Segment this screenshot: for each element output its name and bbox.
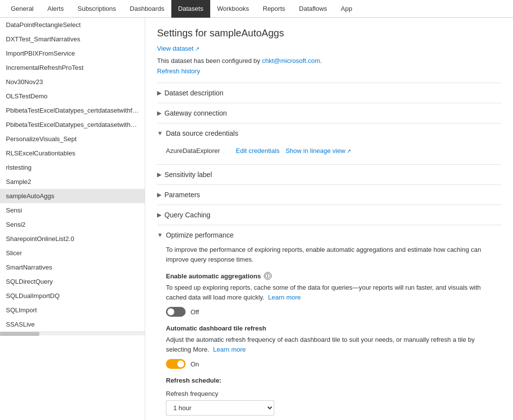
dashboard-learn-more-link[interactable]: Learn more — [213, 346, 246, 353]
sidebar-item-sqlimport[interactable]: SQLImport — [0, 303, 145, 317]
refresh-frequency-select[interactable]: 1 hour 30 minutes 15 minutes 8 hours 24 … — [166, 400, 274, 416]
sidebar-item-rlsexcel[interactable]: RLSExcelCurationtables — [0, 146, 145, 160]
sidebar-item-dxttest[interactable]: DXTTest_SmartNarratives — [0, 32, 145, 46]
sidebar-item-slicer[interactable]: Slicer — [0, 246, 145, 260]
section-sensitivity-label-text: Sensitivity label — [164, 171, 212, 179]
refresh-history-link[interactable]: Refresh history — [157, 67, 200, 75]
sidebar-item-smartnarratives[interactable]: SmartNarratives — [0, 260, 145, 274]
configured-by-email[interactable]: chkt@microsoft.com — [262, 57, 320, 64]
sidebar-item-sqldirectquery[interactable]: SQLDirectQuery — [0, 274, 145, 289]
section-parameters-arrow: ▶ — [157, 191, 161, 198]
tab-datasets[interactable]: Datasets — [171, 0, 210, 18]
sidebar-item-sensi[interactable]: Sensi — [0, 203, 145, 217]
auto-agg-toggle-slider — [166, 307, 186, 317]
section-data-source-label: Data source credentials — [166, 129, 238, 137]
auto-agg-title-row: Enable automatic aggregations ⓘ — [166, 272, 501, 280]
section-optimize-arrow: ▼ — [157, 232, 163, 239]
section-query-caching-label: Query Caching — [164, 211, 210, 219]
optimize-description: To improve the performance of exploring … — [166, 245, 501, 264]
tab-subscriptions[interactable]: Subscriptions — [70, 0, 123, 18]
dashboard-toggle-label: On — [191, 360, 199, 368]
configured-by-text: This dataset has been configured by chkt… — [157, 57, 501, 64]
dashboard-title-row: Automatic dashboard tile refresh — [166, 325, 501, 332]
dashboard-toggle[interactable] — [166, 359, 186, 369]
sidebar-item-pbibeta2[interactable]: PbibetaTestExcelDatatypes_certdatasetwit… — [0, 118, 145, 132]
section-sensitivity-label: ▶ Sensitivity label — [157, 164, 501, 184]
credentials-row: AzureDataExplorer Edit credentials Show … — [166, 143, 501, 158]
tab-dashboards[interactable]: Dashboards — [123, 0, 171, 18]
sidebar-item-datapointrectangleselect[interactable]: DataPointRectangleSelect — [0, 18, 145, 32]
section-gateway-connection: ▶ Gateway connection — [157, 103, 501, 123]
sidebar-item-pbibeta1[interactable]: PbibetaTestExcelDatatypes_certdatasetwit… — [0, 103, 145, 118]
section-parameters: ▶ Parameters — [157, 184, 501, 205]
refresh-schedule-title: Refresh schedule: — [166, 377, 501, 384]
refresh-frequency-label: Refresh frequency — [166, 390, 501, 397]
configured-by-prefix: This dataset has been configured by — [157, 57, 262, 64]
sidebar-item-rlstesting[interactable]: rlstesting — [0, 160, 145, 175]
auto-agg-info-icon: ⓘ — [264, 272, 272, 280]
section-query-caching-arrow: ▶ — [157, 211, 161, 218]
section-dataset-description-arrow: ▶ — [157, 90, 161, 96]
sidebar: DataPointRectangleSelect DXTTest_SmartNa… — [0, 18, 145, 420]
tab-dataflows[interactable]: Dataflows — [292, 0, 334, 18]
auto-agg-title: Enable automatic aggregations — [166, 272, 261, 280]
optimize-content: To improve the performance of exploring … — [157, 245, 501, 420]
configured-by-suffix: . — [320, 57, 322, 64]
lineage-link[interactable]: Show in lineage view — [286, 147, 351, 154]
tab-general[interactable]: General — [4, 0, 40, 18]
section-parameters-header[interactable]: ▶ Parameters — [157, 185, 501, 205]
section-parameters-label: Parameters — [164, 191, 200, 199]
section-dataset-description-header[interactable]: ▶ Dataset description — [157, 83, 501, 103]
sidebar-item-olstestdemo[interactable]: OLSTestDemo — [0, 89, 145, 103]
section-data-source-content: AzureDataExplorer Edit credentials Show … — [157, 143, 501, 164]
section-sensitivity-arrow: ▶ — [157, 171, 161, 178]
section-query-caching: ▶ Query Caching — [157, 205, 501, 225]
sidebar-scrollbar-thumb[interactable] — [0, 332, 39, 336]
view-dataset-link-row: View dataset — [157, 45, 501, 52]
section-sensitivity-label-header[interactable]: ▶ Sensitivity label — [157, 165, 501, 184]
auto-agg-toggle-row: Off — [166, 307, 501, 317]
sidebar-item-sharepointonline[interactable]: SharepointOnlineList2.0 — [0, 232, 145, 246]
section-dataset-description: ▶ Dataset description — [157, 83, 501, 103]
auto-agg-toggle[interactable] — [166, 307, 186, 317]
sidebar-item-nov30nov23[interactable]: Nov30Nov23 — [0, 75, 145, 89]
section-data-source-arrow: ▼ — [157, 130, 163, 137]
auto-agg-desc: To speed up exploring reports, cache som… — [166, 283, 501, 302]
view-dataset-link[interactable]: View dataset — [157, 45, 199, 52]
sidebar-item-ssaslive[interactable]: SSASLive — [0, 317, 145, 331]
section-gateway-connection-label: Gateway connection — [164, 109, 227, 117]
sidebar-item-personalizevisuals[interactable]: PersonalizeVisuals_Sept — [0, 132, 145, 146]
content-area: Settings for sampleAutoAggs View dataset… — [145, 18, 513, 420]
dashboard-desc: Adjust the automatic refresh frequency o… — [166, 335, 501, 354]
sidebar-item-sqldualimport[interactable]: SQLDualImportDQ — [0, 289, 145, 303]
tab-alerts[interactable]: Alerts — [40, 0, 70, 18]
auto-agg-toggle-label: Off — [191, 308, 199, 316]
tab-app[interactable]: App — [334, 0, 359, 18]
dashboard-title: Automatic dashboard tile refresh — [166, 325, 266, 332]
sidebar-item-importpbix[interactable]: ImportPBIXFromService — [0, 46, 145, 60]
dashboard-toggle-row: On — [166, 359, 501, 369]
section-optimize-performance-header[interactable]: ▼ Optimize performance — [157, 225, 501, 245]
section-dataset-description-label: Dataset description — [164, 89, 224, 97]
sidebar-item-incrementalrefresh[interactable]: IncrementalRefreshProTest — [0, 60, 145, 75]
data-source-name: AzureDataExplorer — [166, 147, 230, 154]
section-data-source-credentials: ▼ Data source credentials AzureDataExplo… — [157, 123, 501, 164]
section-data-source-credentials-header[interactable]: ▼ Data source credentials — [157, 123, 501, 143]
sidebar-scrollbar-track — [0, 331, 145, 335]
tab-workbooks[interactable]: Workbooks — [210, 0, 256, 18]
sidebar-item-sample2[interactable]: Sample2 — [0, 175, 145, 189]
section-query-caching-header[interactable]: ▶ Query Caching — [157, 205, 501, 225]
sidebar-item-sensi2[interactable]: Sensi2 — [0, 217, 145, 232]
section-gateway-connection-header[interactable]: ▶ Gateway connection — [157, 103, 501, 123]
top-nav: General Alerts Subscriptions Dashboards … — [0, 0, 513, 18]
auto-agg-learn-more-link[interactable]: Learn more — [268, 294, 301, 301]
main-layout: DataPointRectangleSelect DXTTest_SmartNa… — [0, 18, 513, 420]
dashboard-toggle-slider — [166, 359, 186, 369]
sidebar-item-sampleautoaggs[interactable]: sampleAutoAggs — [0, 189, 145, 203]
section-gateway-connection-arrow: ▶ — [157, 110, 161, 117]
section-optimize-label: Optimize performance — [166, 231, 234, 239]
section-optimize-performance: ▼ Optimize performance To improve the pe… — [157, 225, 501, 420]
page-title: Settings for sampleAutoAggs — [157, 28, 501, 39]
edit-credentials-link[interactable]: Edit credentials — [236, 147, 280, 154]
tab-reports[interactable]: Reports — [256, 0, 292, 18]
